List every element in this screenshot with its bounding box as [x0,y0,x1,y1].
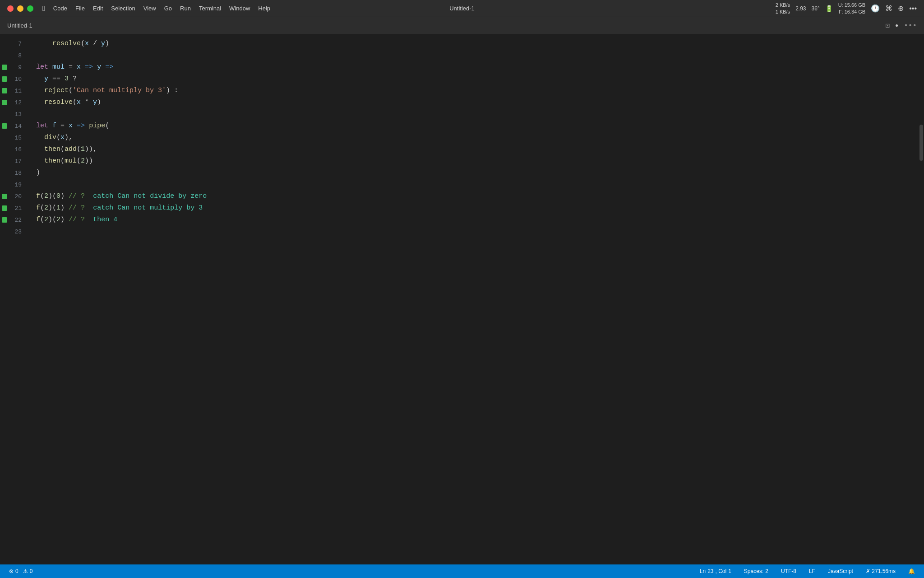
eol-setting[interactable]: LF [807,568,817,574]
spaces-value: 2 [765,568,768,574]
line-gutter: 7 8 9 10 11 12 13 [0,34,27,564]
error-icon: ⊗ [9,568,14,574]
cursor-position[interactable]: Ln 23, Col 1 [698,568,733,574]
line-num-16: 16 [9,146,25,153]
breakpoint-16[interactable] [0,147,9,152]
language-setting[interactable]: JavaScript [826,568,855,574]
breakpoint-22[interactable] [0,217,9,223]
apple-menu[interactable]:  [42,5,45,13]
line-row-22: 22 [0,214,27,226]
breakpoint-23[interactable] [0,229,9,234]
code-line-22: f(2)(2) // ? then 4 [27,214,918,226]
breakpoint-19[interactable] [0,182,9,187]
line-row-15: 15 [0,132,27,144]
code-line-8 [27,50,918,61]
breakpoint-11[interactable] [0,88,9,93]
breakpoint-10[interactable] [0,76,9,82]
menu-code[interactable]: Code [53,5,67,12]
line-row-19: 19 [0,179,27,191]
line-num-11: 11 [9,88,25,94]
line-num-23: 23 [9,228,25,235]
breakpoint-17[interactable] [0,158,9,164]
breakpoint-21[interactable] [0,205,9,211]
code-line-10: y == 3 ? [27,73,918,85]
menu-bar:  Code File Edit Selection View Go Run T… [42,5,270,13]
menu-run[interactable]: Run [180,5,191,12]
menu-help[interactable]: Help [258,5,270,12]
language-value: JavaScript [828,568,853,574]
encoding-value: UTF-8 [781,568,796,574]
breakpoint-13[interactable] [0,112,9,117]
code-line-16: then(add(1)), [27,144,918,155]
titlebar-right: 2 KB/s 1 KB/s 2.93 36° 🔋 U: 15.66 GB F: … [776,2,917,15]
battery-icon: 🔋 [825,5,833,12]
line-row-10: 10 [0,73,27,85]
line-num-7: 7 [9,41,25,47]
line-row-23: 23 [0,226,27,238]
minimize-button[interactable] [17,5,23,12]
code-line-15: div(x), [27,132,918,144]
breakpoint-20[interactable] [0,194,9,199]
error-number: 0 [15,568,18,574]
line-num-12: 12 [9,99,25,106]
line-row-17: 17 [0,155,27,167]
line-row-12: 12 [0,97,27,108]
line-num-13: 13 [9,111,25,118]
eol-value: LF [809,568,815,574]
breakpoint-14[interactable] [0,123,9,129]
notifications-icon[interactable]: 🔔 [906,568,917,574]
line-num-22: 22 [9,217,25,224]
window-title: Untitled-1 [449,5,475,12]
line-num-18: 18 [9,170,25,177]
statusbar-left: ⊗ 0 ⚠ 0 [7,568,34,574]
breakpoint-7[interactable] [0,41,9,47]
active-tab[interactable]: Untitled-1 [7,22,32,29]
line-num-10: 10 [9,76,25,83]
menu-edit[interactable]: Edit [93,5,103,12]
breakpoint-18[interactable] [0,170,9,176]
breakpoint-9[interactable] [0,65,9,70]
memory-stat: U: 15.66 GB F: 16.34 GB [838,2,866,15]
line-row-20: 20 [0,191,27,202]
vertical-scrollbar[interactable] [918,34,924,564]
code-line-7: resolve(x / y) [27,38,918,50]
code-line-21: f(2)(1) // ? catch Can not multiply by 3 [27,202,918,214]
menu-go[interactable]: Go [164,5,172,12]
code-line-11: reject('Can not multiply by 3') : [27,85,918,97]
line-row-9: 9 [0,61,27,73]
statusbar: ⊗ 0 ⚠ 0 Ln 23, Col 1 Spaces: 2 UTF-8 LF … [0,564,924,578]
code-line-20: f(2)(0) // ? catch Can not divide by zer… [27,191,918,202]
maximize-button[interactable] [27,5,33,12]
breakpoint-8[interactable] [0,53,9,58]
titlebar:  Code File Edit Selection View Go Run T… [0,0,924,17]
code-editor[interactable]: resolve(x / y) let mul = x => y => y == … [27,34,918,564]
breakpoint-12[interactable] [0,100,9,105]
menu-selection[interactable]: Selection [111,5,135,12]
menu-window[interactable]: Window [229,5,250,12]
line-num-21: 21 [9,205,25,212]
menu-view[interactable]: View [143,5,156,12]
line-num-20: 20 [9,193,25,200]
scrollbar-thumb[interactable] [919,125,923,161]
line-row-13: 13 [0,108,27,120]
timing-value: ✗ 271.56ms [866,568,896,574]
line-num-9: 9 [9,64,25,71]
menu-file[interactable]: File [75,5,85,12]
line-number: 23 [707,568,713,574]
spaces-setting[interactable]: Spaces: 2 [742,568,770,574]
menu-terminal[interactable]: Terminal [199,5,221,12]
encoding-setting[interactable]: UTF-8 [779,568,798,574]
clock-icon: 🕐 [871,4,880,13]
breakpoint-15[interactable] [0,135,9,140]
more-icon[interactable]: ••• [909,5,917,13]
code-line-23 [27,226,918,238]
timing-display[interactable]: ✗ 271.56ms [864,568,897,574]
error-count[interactable]: ⊗ 0 ⚠ 0 [7,568,34,574]
code-line-12: resolve(x * y) [27,97,918,108]
statusbar-right: Ln 23, Col 1 Spaces: 2 UTF-8 LF JavaScri… [698,568,917,574]
more-actions-icon[interactable]: ••• [904,22,917,30]
close-button[interactable] [7,5,14,12]
line-num-8: 8 [9,52,25,59]
line-num-14: 14 [9,123,25,130]
split-editor-icon[interactable]: ⊡ [885,21,890,30]
